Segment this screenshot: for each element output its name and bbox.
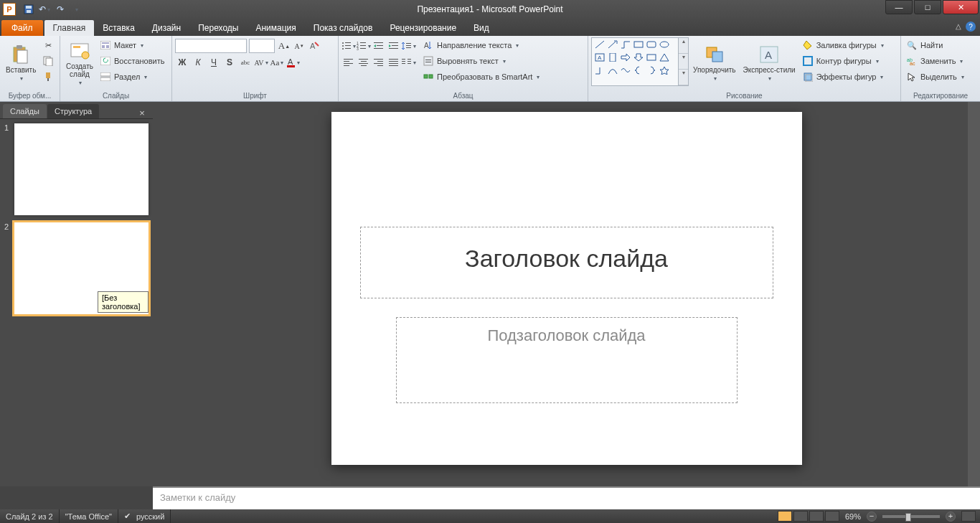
svg-text:A: A — [598, 55, 602, 61]
spellcheck-icon: ✔ — [124, 512, 131, 521]
panel-close-icon[interactable]: × — [137, 108, 147, 118]
underline-button[interactable]: Ч — [207, 55, 221, 70]
columns-button[interactable]: ▾ — [402, 55, 416, 70]
font-family-combo[interactable] — [175, 39, 247, 53]
quick-styles-button[interactable]: A Экспресс-стили▾ — [740, 37, 798, 89]
view-slideshow-button[interactable] — [825, 511, 839, 522]
shadow-button[interactable]: abc — [238, 55, 253, 70]
maximize-button[interactable]: □ — [914, 0, 941, 14]
tab-slideshow[interactable]: Показ слайдов — [305, 20, 382, 36]
line-spacing-button[interactable]: ▾ — [402, 39, 416, 53]
tab-animation[interactable]: Анимация — [247, 20, 304, 36]
tab-review[interactable]: Рецензирование — [381, 20, 465, 36]
fit-window-button[interactable] — [961, 511, 976, 522]
shape-outline-button[interactable]: Контур фигуры▾ — [800, 53, 886, 69]
align-center-button[interactable] — [357, 55, 371, 70]
shape-fill-button[interactable]: Заливка фигуры▾ — [800, 37, 886, 53]
strikethrough-button[interactable]: S — [222, 55, 237, 70]
reset-button[interactable]: Восстановить — [98, 53, 166, 69]
redo-icon[interactable]: ↷ — [53, 2, 67, 17]
section-button[interactable]: Раздел▾ — [98, 69, 166, 85]
view-sorter-button[interactable] — [793, 511, 808, 522]
status-theme[interactable]: "Тема Office" — [60, 509, 118, 523]
save-icon[interactable] — [22, 2, 36, 17]
close-button[interactable]: ✕ — [943, 0, 979, 14]
view-reading-button[interactable] — [809, 511, 824, 522]
notes-pane[interactable]: Заметки к слайду — [153, 486, 980, 509]
status-slide-position[interactable]: Слайд 2 из 2 — [0, 509, 60, 523]
tab-insert[interactable]: Вставка — [94, 20, 143, 36]
tab-transitions[interactable]: Переходы — [189, 20, 247, 36]
tab-home[interactable]: Главная — [44, 20, 95, 36]
bold-button[interactable]: Ж — [175, 55, 189, 70]
panel-tab-slides[interactable]: Слайды — [3, 104, 47, 118]
change-case-button[interactable]: Aa▾ — [270, 55, 284, 70]
minimize-ribbon-icon[interactable]: △ — [954, 22, 963, 30]
find-button[interactable]: 🔍Найти — [904, 37, 966, 53]
shape-effects-button[interactable]: Эффекты фигур▾ — [800, 69, 886, 85]
text-direction-button[interactable]: AНаправление текста▾ — [420, 37, 542, 53]
select-icon — [906, 71, 918, 83]
char-spacing-button[interactable]: AV▾ — [254, 55, 268, 70]
group-editing: 🔍Найти abacЗаменить▾ Выделить▾ Редактиро… — [901, 36, 980, 101]
grow-font-button[interactable]: A▲ — [277, 39, 291, 53]
replace-button[interactable]: abacЗаменить▾ — [904, 53, 966, 69]
panel-tab-outline[interactable]: Структура — [47, 104, 99, 118]
format-painter-button[interactable] — [40, 69, 56, 85]
tab-design[interactable]: Дизайн — [143, 20, 189, 36]
title-placeholder[interactable]: Заголовок слайда — [360, 227, 773, 298]
clear-formatting-button[interactable]: A — [307, 39, 321, 53]
zoom-out-button[interactable]: − — [867, 512, 877, 522]
vertical-scrollbar[interactable] — [968, 102, 980, 486]
status-language[interactable]: ✔русский — [118, 509, 171, 523]
undo-icon[interactable]: ↶▾ — [37, 2, 52, 17]
layout-button[interactable]: Макет▾ — [98, 37, 166, 53]
zoom-in-button[interactable]: + — [946, 512, 956, 522]
shapes-scroll[interactable]: ▴▾▾ — [678, 38, 688, 85]
subtitle-placeholder[interactable]: Подзаголовок слайда — [396, 317, 738, 403]
new-slide-button[interactable]: Создать слайд▾ — [63, 37, 96, 89]
svg-rect-65 — [407, 63, 411, 64]
window-title: Презентация1 - Microsoft PowerPoint — [0, 4, 980, 14]
thumbnail-2[interactable]: 2 [Без заголовка] — [4, 222, 149, 314]
paste-button[interactable]: Вставить▾ — [3, 37, 39, 89]
panel-tabs: Слайды Структура × — [0, 102, 153, 119]
tab-file[interactable]: Файл — [1, 20, 43, 36]
thumb-number: 1 — [4, 123, 11, 215]
font-color-button[interactable]: A▾ — [286, 55, 300, 70]
slide[interactable]: Заголовок слайда Подзаголовок слайда — [331, 112, 802, 465]
zoom-slider[interactable] — [882, 515, 940, 518]
align-left-button[interactable] — [341, 55, 356, 70]
help-icon[interactable]: ? — [966, 22, 976, 32]
decrease-indent-button[interactable] — [372, 39, 386, 53]
tab-view[interactable]: Вид — [465, 20, 498, 36]
convert-smartart-button[interactable]: Преобразовать в SmartArt▾ — [420, 69, 542, 85]
outline-icon — [802, 55, 814, 67]
italic-button[interactable]: К — [191, 55, 205, 70]
svg-rect-17 — [100, 57, 110, 65]
zoom-percent[interactable]: 69% — [845, 512, 861, 521]
bullets-button[interactable]: ▾ — [341, 39, 356, 53]
qat-customize-icon[interactable]: ▾ — [69, 2, 83, 17]
justify-button[interactable] — [387, 55, 401, 70]
shapes-gallery[interactable]: A ▴▾▾ — [591, 37, 689, 86]
thumbnail-1[interactable]: 1 — [4, 123, 149, 215]
font-size-combo[interactable] — [249, 39, 275, 53]
numbering-button[interactable]: 123▾ — [357, 39, 371, 53]
cut-button[interactable]: ✂ — [40, 37, 56, 53]
svg-rect-57 — [389, 61, 398, 62]
copy-button[interactable] — [40, 53, 56, 69]
align-right-button[interactable] — [372, 55, 386, 70]
increase-indent-button[interactable] — [387, 39, 401, 53]
view-normal-button[interactable] — [778, 511, 792, 522]
arrange-button[interactable]: Упорядочить▾ — [690, 37, 739, 89]
svg-rect-16 — [106, 45, 109, 48]
shape-brace2-icon — [646, 66, 656, 75]
shape-oval-icon — [659, 40, 669, 49]
select-button[interactable]: Выделить▾ — [904, 69, 966, 85]
svg-rect-28 — [345, 48, 351, 49]
shrink-font-button[interactable]: A▼ — [292, 39, 306, 53]
minimize-button[interactable]: — — [885, 0, 913, 14]
svg-rect-35 — [374, 42, 383, 43]
align-text-button[interactable]: Выровнять текст▾ — [420, 53, 542, 69]
